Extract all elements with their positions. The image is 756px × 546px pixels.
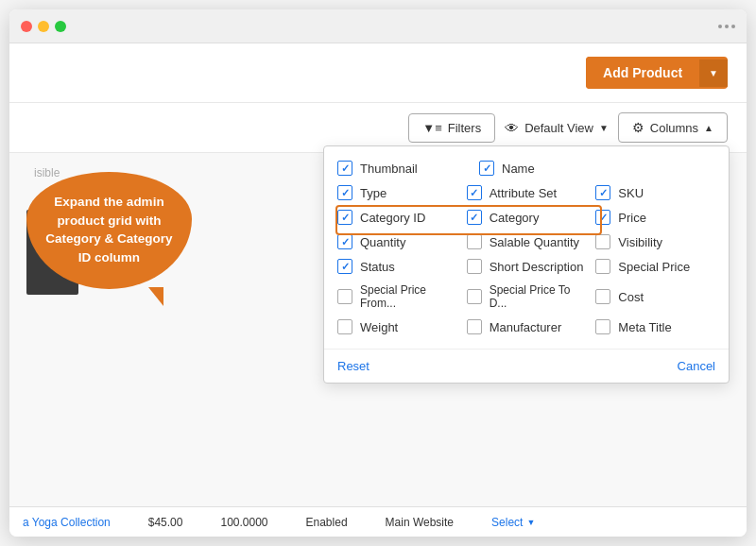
columns-panel: Thumbnail Name Type Attribute S [323,145,730,384]
columns-row-4: Quantity Salable Quantity Visibility [337,230,715,254]
columns-row-1: Thumbnail Name [337,156,715,180]
columns-row-5: Status Short Description Special Price [337,254,715,279]
visible-column-label: isible [28,166,65,179]
col-category-id: Category ID [337,210,457,225]
eye-icon: 👁 [505,120,519,136]
col-sku: SKU [595,185,715,200]
columns-panel-footer: Reset Cancel [324,349,729,383]
add-product-arrow-icon[interactable]: ▼ [699,60,728,87]
reset-button[interactable]: Reset [337,359,369,373]
checkbox-special-price-to[interactable] [467,289,482,304]
filters-button[interactable]: ▼≡ Filters [408,113,495,143]
checkbox-visibility[interactable] [595,234,610,249]
columns-row-3: Category ID Category Price [337,205,715,230]
col-special-price-from: Special Price From... [337,283,457,310]
col-thumbnail: Thumbnail [337,161,470,176]
checkbox-price[interactable] [595,210,610,225]
checkbox-short-description[interactable] [467,259,482,274]
checkbox-status[interactable] [337,259,352,274]
col-special-price-to-label: Special Price To D... [490,283,587,310]
col-thumbnail-label: Thumbnail [360,162,418,176]
columns-row-6: Special Price From... Special Price To D… [337,279,715,315]
menu-dots [718,25,735,28]
col-manufacturer: Manufacturer [467,319,587,334]
checkbox-thumbnail[interactable] [337,161,352,176]
col-salable-quantity: Salable Quantity [467,234,587,249]
col-special-price-to: Special Price To D... [467,283,587,310]
checkbox-sku[interactable] [595,185,610,200]
col-weight: Weight [337,319,457,334]
checkbox-quantity[interactable] [337,234,352,249]
status-cell: Enabled [306,516,348,529]
collection-cell[interactable]: a Yoga Collection [23,516,111,529]
default-view-button[interactable]: 👁 Default View ▼ [505,120,609,136]
checkbox-category[interactable] [467,210,482,225]
menu-dot [731,25,735,28]
col-attribute-set-label: Attribute Set [490,186,558,200]
menu-dot [725,25,729,28]
col-short-description-label: Short Description [490,260,584,274]
checkbox-special-price[interactable] [595,259,610,274]
col-special-price-label: Special Price [618,260,690,274]
col-short-description: Short Description [467,259,587,274]
columns-row-2: Type Attribute Set SKU [337,180,715,205]
minimize-button[interactable] [38,21,49,32]
col-visibility: Visibility [595,234,715,249]
col-type: Type [337,185,457,200]
checkbox-type[interactable] [337,185,352,200]
gear-icon: ⚙ [632,120,644,135]
col-quantity: Quantity [337,234,457,249]
col-category-label: Category [490,211,540,225]
add-product-button[interactable]: Add Product ▼ [586,57,728,89]
col-price: Price [595,210,715,225]
checkbox-meta-title[interactable] [595,319,610,334]
checkbox-salable-quantity[interactable] [467,234,482,249]
cancel-button[interactable]: Cancel [678,359,715,373]
checkbox-weight[interactable] [337,319,352,334]
close-button[interactable] [21,21,32,32]
col-name: Name [479,161,611,176]
traffic-lights [21,21,66,32]
columns-label: Columns [650,121,698,135]
default-view-arrow-icon: ▼ [599,123,609,133]
website-cell: Main Website [386,516,454,529]
col-type-label: Type [360,186,387,200]
title-bar [9,9,747,43]
select-arrow-icon: ▼ [526,518,535,527]
col-quantity-label: Quantity [360,235,405,249]
checkbox-special-price-from[interactable] [337,289,352,304]
checkbox-category-id[interactable] [337,210,352,225]
col-meta-title: Meta Title [595,319,715,334]
col-price-label: Price [618,211,646,225]
add-product-label: Add Product [586,57,699,89]
price-cell: $45.00 [148,516,183,529]
maximize-button[interactable] [55,21,66,32]
app-window: Add Product ▼ ▼≡ Filters 👁 Default View … [9,9,747,537]
col-visibility-label: Visibility [618,235,662,249]
checkbox-name[interactable] [479,161,494,176]
menu-dot [718,25,722,28]
col-cost-label: Cost [618,290,644,304]
select-button[interactable]: Select ▼ [491,516,535,529]
col-special-price: Special Price [595,259,715,274]
bottom-bar: a Yoga Collection $45.00 100.0000 Enable… [9,506,747,537]
col-status: Status [337,259,457,274]
col-status-label: Status [360,260,395,274]
col-cost: Cost [595,289,715,304]
checkbox-attribute-set[interactable] [467,185,482,200]
col-sku-label: SKU [618,186,644,200]
columns-button[interactable]: ⚙ Columns ▲ [618,112,728,143]
checkbox-cost[interactable] [595,289,610,304]
col-attribute-set: Attribute Set [467,185,587,200]
col-salable-quantity-label: Salable Quantity [490,235,579,249]
columns-row-7: Weight Manufacturer Meta Title [337,315,715,339]
col-special-price-from-label: Special Price From... [360,283,457,310]
select-label: Select [491,516,523,529]
top-toolbar: Add Product ▼ [9,43,747,103]
quantity-cell: 100.0000 [220,516,267,529]
default-view-label: Default View [524,121,593,135]
filter-icon: ▼≡ [422,121,441,135]
checkbox-manufacturer[interactable] [467,319,482,334]
col-category-id-label: Category ID [360,211,425,225]
col-name-label: Name [502,162,535,176]
